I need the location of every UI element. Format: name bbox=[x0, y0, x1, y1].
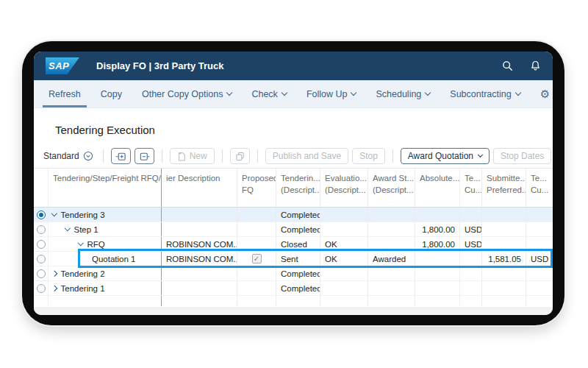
table-cell: ROBINSON COM... bbox=[162, 252, 237, 266]
tree-label: Tendering 3 bbox=[61, 210, 105, 219]
column-header-submitted-preferred[interactable]: Submitte...Preferred... bbox=[482, 169, 526, 207]
radio-icon[interactable] bbox=[37, 225, 46, 234]
menu-item-copy[interactable]: Copy bbox=[101, 80, 122, 107]
table-row-quotation-1[interactable]: Quotation 1 ROBINSON COM... Sent OK Awar… bbox=[34, 252, 553, 266]
chevron-down-icon bbox=[478, 152, 483, 157]
table-cell bbox=[368, 222, 415, 236]
menu-item-scheduling[interactable]: Scheduling bbox=[376, 80, 430, 107]
award-quotation-button[interactable]: Award Quotation bbox=[401, 148, 490, 164]
table-toolbar: Standard bbox=[43, 145, 547, 167]
table-cell bbox=[482, 237, 526, 251]
column-header-description[interactable]: ier Description bbox=[162, 169, 237, 207]
table-cell bbox=[34, 208, 49, 222]
table-cell bbox=[34, 281, 49, 295]
tree-cell: Tendering 3 bbox=[49, 208, 162, 222]
column-header-tendering-status[interactable]: Tenderin...(Descript... bbox=[276, 169, 320, 207]
table-cell bbox=[482, 281, 526, 295]
view-selector-label: Standard bbox=[43, 151, 79, 161]
column-header-evaluation[interactable]: Evaluatio...(Descript... bbox=[320, 169, 368, 207]
radio-icon[interactable] bbox=[37, 269, 46, 278]
menu-item-refresh[interactable]: Refresh bbox=[49, 80, 81, 107]
radio-icon[interactable] bbox=[37, 255, 46, 263]
table-row-step-1[interactable]: Step 1 Completed 1,800.00 USD bbox=[34, 222, 553, 237]
table-cell: Closed bbox=[276, 237, 320, 251]
table-cell bbox=[368, 281, 415, 295]
table-cell bbox=[368, 266, 415, 280]
publish-and-save-button: Publish and Save bbox=[265, 148, 348, 164]
chevron-right-icon[interactable] bbox=[51, 271, 57, 277]
table-cell bbox=[482, 266, 526, 280]
menu-item-follow-up[interactable]: Follow Up bbox=[306, 80, 356, 107]
stop-button: Stop bbox=[352, 148, 385, 164]
table-cell bbox=[34, 252, 49, 266]
radio-selected-icon[interactable] bbox=[37, 210, 46, 219]
radio-icon[interactable] bbox=[37, 240, 46, 249]
table-cell bbox=[162, 208, 237, 222]
table-row-rfq[interactable]: RFQ ROBINSON COM... Closed OK 1,800.00 U… bbox=[34, 237, 553, 252]
stop-label: Stop bbox=[359, 151, 378, 161]
collapse-all-button[interactable] bbox=[135, 148, 154, 164]
tree-cell: Tendering 2 bbox=[49, 266, 162, 280]
column-header-absolute[interactable]: Absolute... bbox=[415, 169, 460, 207]
chevron-down-icon[interactable] bbox=[78, 240, 84, 246]
table-cell bbox=[162, 266, 237, 280]
table-row-tendering-2[interactable]: Tendering 2 Completed bbox=[34, 266, 553, 281]
collapse-all-icon bbox=[139, 151, 150, 162]
chevron-down-icon bbox=[282, 89, 287, 95]
shell-bar: SAP Display FO | 3rd Party Truck bbox=[34, 52, 553, 80]
tree-cell: Tendering 1 bbox=[49, 281, 162, 295]
copy-row-button bbox=[230, 148, 250, 164]
view-selector[interactable]: Standard bbox=[43, 151, 96, 161]
menu-item-subcontracting[interactable]: Subcontracting bbox=[450, 80, 520, 107]
tree-cell: RFQ bbox=[49, 237, 162, 251]
gear-icon: ⚙ bbox=[540, 88, 550, 101]
table-cell: USD bbox=[460, 237, 482, 251]
tree-label: Quotation 1 bbox=[92, 255, 135, 263]
shell-actions bbox=[502, 60, 541, 71]
table-cell: Awarded bbox=[368, 252, 415, 266]
table-cell: Completed bbox=[276, 208, 320, 222]
new-button: New bbox=[170, 148, 215, 164]
table-cell bbox=[415, 208, 460, 222]
table-cell bbox=[368, 208, 415, 222]
column-header-te-currency[interactable]: Te...Cu... bbox=[460, 169, 482, 207]
column-header-te-currency-2[interactable]: Te...Cu... bbox=[526, 169, 553, 207]
table-row-tendering-1[interactable]: Tendering 1 Completed bbox=[34, 281, 553, 296]
bell-icon[interactable] bbox=[530, 60, 541, 71]
table-cell bbox=[460, 281, 482, 295]
table-cell: USD bbox=[460, 222, 482, 236]
menu-item-other-copy-options[interactable]: Other Copy Options bbox=[142, 80, 232, 107]
table-row-tendering-3[interactable]: Tendering 3 Completed bbox=[34, 208, 553, 222]
standard-chevron-icon bbox=[83, 151, 93, 161]
expand-all-button[interactable] bbox=[111, 148, 131, 164]
publish-and-save-label: Publish and Save bbox=[273, 151, 341, 161]
table-cell bbox=[320, 208, 368, 222]
column-header-award-status[interactable]: Award St...(Descript... bbox=[368, 169, 415, 207]
sap-logo-text: SAP bbox=[46, 60, 69, 71]
toolbar-separator bbox=[222, 149, 223, 163]
table-cell bbox=[237, 266, 276, 280]
new-doc-icon bbox=[177, 152, 186, 161]
table-cell bbox=[460, 208, 482, 222]
tendering-table: Tendering/Step/Freight RFQ/... ier Descr… bbox=[34, 168, 553, 306]
table-cell: Completed bbox=[276, 222, 320, 236]
toolbar-separator bbox=[162, 149, 162, 163]
menu-label: Subcontracting bbox=[450, 89, 511, 99]
chevron-right-icon[interactable] bbox=[51, 286, 57, 291]
search-icon[interactable] bbox=[502, 60, 513, 71]
table-cell bbox=[526, 281, 553, 295]
chevron-down-icon[interactable] bbox=[51, 210, 57, 216]
chevron-down-icon bbox=[351, 89, 356, 95]
menu-label: Scheduling bbox=[376, 89, 421, 99]
menu-item-check[interactable]: Check bbox=[251, 80, 286, 107]
radio-icon[interactable] bbox=[37, 284, 46, 293]
table-cell bbox=[368, 237, 415, 251]
column-header-proposed-fq[interactable]: ProposedFQ bbox=[237, 169, 276, 207]
tree-label: Step 1 bbox=[74, 225, 98, 234]
settings-menu[interactable]: ⚙ bbox=[540, 80, 553, 107]
table-cell: 1,800.00 bbox=[415, 222, 460, 236]
table-empty-area bbox=[34, 296, 553, 306]
column-header-tree[interactable]: Tendering/Step/Freight RFQ/... bbox=[49, 169, 162, 207]
chevron-down-icon[interactable] bbox=[65, 225, 71, 231]
chevron-down-icon bbox=[514, 89, 520, 95]
